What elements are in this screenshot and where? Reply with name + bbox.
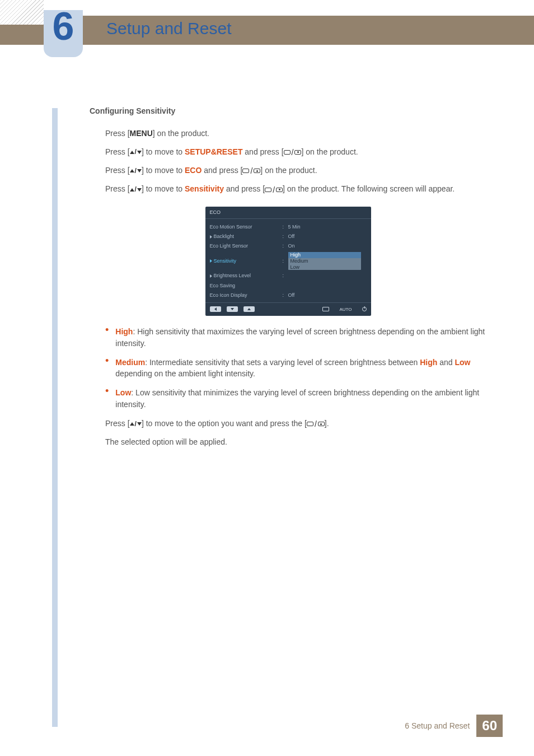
step-1: Press [MENU] on the product.	[105, 128, 486, 139]
section-heading: Configuring Sensitivity	[90, 105, 486, 116]
osd-row-saving: Eco Saving	[210, 281, 367, 291]
osd-down-button-icon	[227, 306, 238, 312]
up-down-icon: /	[130, 166, 142, 176]
bullet-dot-icon: •	[105, 326, 109, 349]
text: and press [	[202, 166, 242, 175]
bullet-high: • High: High sensitivity that maximizes …	[105, 326, 486, 349]
text: and press [	[242, 147, 283, 156]
text: ].	[325, 419, 329, 428]
enter-icon: /	[307, 418, 325, 430]
target-sensitivity: Sensitivity	[185, 184, 224, 193]
text: Press [	[105, 419, 130, 428]
footer-text: 6 Setup and Reset	[405, 721, 470, 730]
text: ] on the product. The following screen w…	[283, 184, 455, 193]
osd-row-backlight: Backlight:Off	[210, 232, 367, 241]
osd-row-motion: Eco Motion Sensor:5 Min	[210, 222, 367, 232]
text: Press [	[105, 184, 130, 193]
left-sidebar-rail	[52, 108, 58, 727]
text: depending on the ambient light intensity…	[115, 369, 255, 378]
triangle-right-icon	[210, 235, 212, 239]
page-footer: 6 Setup and Reset 60	[405, 715, 503, 737]
step-3: Press [/] to move to ECO and press [/] o…	[105, 165, 486, 176]
osd-row-sensitivity: Sensitivity : High Medium Low	[210, 251, 367, 271]
up-down-icon: /	[130, 419, 142, 429]
text: ] to move to the option you want and pre…	[142, 419, 307, 428]
enter-icon: /	[242, 165, 260, 176]
text: : Intermediate sensitivity that sets a v…	[145, 358, 420, 367]
osd-row-light: Eco Light Sensor:On	[210, 241, 367, 251]
triangle-right-icon	[210, 259, 212, 263]
osd-screenshot: ECO Eco Motion Sensor:5 Min Backlight:Of…	[205, 207, 371, 316]
text: Press [	[105, 147, 130, 156]
step-4: Press [/] to move to Sensitivity and pre…	[105, 183, 486, 195]
osd-left-button-icon	[210, 306, 221, 312]
enter-icon: /	[265, 184, 283, 195]
text: ] to move to	[142, 166, 185, 175]
osd-footer: AUTO	[205, 302, 371, 316]
target-eco: ECO	[185, 166, 202, 175]
osd-row-icon: Eco Icon Display:Off	[210, 291, 367, 300]
page-content: Configuring Sensitivity Press [MENU] on …	[90, 105, 486, 455]
bullet-dot-icon: •	[105, 357, 109, 380]
up-down-icon: /	[130, 185, 142, 194]
osd-option-list: High Medium Low	[288, 252, 361, 270]
osd-option-medium: Medium	[288, 258, 361, 264]
corner-hatching	[0, 0, 44, 25]
triangle-right-icon	[210, 274, 212, 278]
bullet-list: • High: High sensitivity that maximizes …	[105, 326, 486, 410]
step-2: Press [/] to move to SETUP&RESET and pre…	[105, 146, 486, 158]
page-number: 60	[476, 715, 503, 737]
osd-power-icon	[362, 307, 367, 311]
text: ] on the product.	[260, 166, 317, 175]
bullet-low-name: Low	[115, 388, 131, 397]
target-setup-reset: SETUP&RESET	[185, 147, 242, 156]
osd-option-low: Low	[288, 264, 361, 270]
text: ] to move to	[142, 184, 185, 193]
text: Press [	[105, 129, 130, 138]
osd-up-button-icon	[243, 306, 255, 312]
bullet-high-name: High	[115, 327, 133, 336]
chapter-title: Setup and Reset	[106, 19, 232, 38]
bullet-medium-high: High	[420, 358, 437, 367]
bullet-medium: • Medium: Intermediate sensitivity that …	[105, 357, 486, 380]
text: ] on the product.	[153, 129, 209, 138]
bullet-low: • Low: Low sensitivity that minimizes th…	[105, 387, 486, 410]
bullet-dot-icon: •	[105, 387, 109, 410]
osd-source-icon	[322, 307, 329, 311]
text: Press [	[105, 166, 130, 175]
bullet-medium-low: Low	[455, 358, 470, 367]
text: and	[437, 358, 455, 367]
bullet-high-text: : High sensitivity that maximizes the va…	[115, 327, 485, 347]
step-5: Press [/] to move to the option you want…	[105, 418, 486, 430]
osd-option-high: High	[288, 252, 361, 258]
menu-key-label: MENU	[130, 129, 153, 138]
text: ] on the product.	[301, 147, 358, 156]
bullet-medium-name: Medium	[115, 358, 145, 367]
bullet-low-text: : Low sensitivity that minimizes the var…	[115, 388, 479, 408]
chapter-badge: 6	[44, 10, 83, 57]
osd-auto-label: AUTO	[339, 306, 352, 313]
chapter-number: 6	[44, 7, 83, 46]
up-down-icon: /	[130, 147, 142, 157]
text: and press [	[224, 184, 265, 193]
osd-title: ECO	[205, 207, 371, 219]
text: ] to move to	[142, 147, 185, 156]
osd-row-brightness: Brightness Level:	[210, 271, 367, 281]
enter-icon: /	[284, 147, 302, 158]
step-6: The selected option will be applied.	[105, 436, 486, 447]
